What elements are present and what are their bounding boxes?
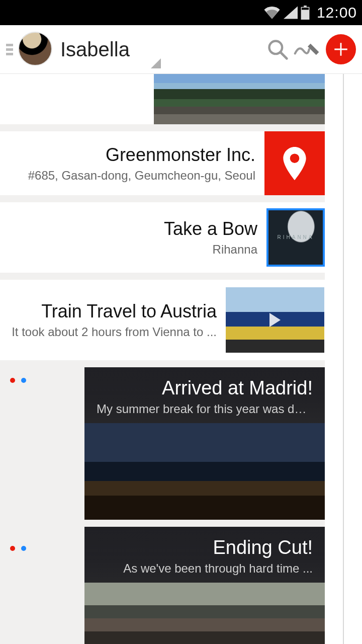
album-art-text: RIHANNA: [277, 234, 314, 240]
post-photo: [84, 583, 325, 644]
card-subtitle: As we've been through hard time ...: [97, 561, 313, 576]
timeline-card-music[interactable]: Take a Bow Rihanna RIHANNA: [0, 202, 325, 273]
menu-icon[interactable]: [6, 42, 13, 57]
card-title: Take a Bow: [164, 218, 257, 239]
user-name[interactable]: Isabella: [60, 38, 130, 61]
video-thumbnail: [226, 287, 324, 353]
card-title: Greenmonster Inc.: [28, 144, 255, 166]
location-pin-icon: [282, 147, 307, 180]
card-category-dots: [10, 546, 26, 551]
app-header: Isabella: [0, 25, 362, 74]
svg-line-4: [281, 52, 287, 59]
card-subtitle: #685, Gasan-dong, Geumcheon-gu, Seoul: [28, 169, 255, 183]
timeline-viewport: Greenmonster Inc. #685, Gasan-dong, Geum…: [0, 74, 362, 644]
timeline-track: [325, 74, 362, 644]
timeline-card-post[interactable]: Arrived at Madrid! My summer break for t…: [84, 367, 325, 520]
card-subtitle: Rihanna: [164, 243, 257, 257]
card-subtitle: My summer break for this year was delaye…: [97, 402, 313, 416]
location-tile: [264, 131, 325, 195]
compose-button[interactable]: [293, 34, 323, 64]
search-button[interactable]: [262, 34, 293, 64]
timeline-content[interactable]: Greenmonster Inc. #685, Gasan-dong, Geum…: [0, 74, 325, 644]
timeline-line: [343, 74, 344, 644]
play-icon: [269, 313, 281, 327]
status-bar: 12:00: [0, 0, 362, 25]
svg-rect-2: [302, 8, 309, 10]
card-category-dots: [10, 378, 26, 383]
compose-icon: [294, 39, 322, 59]
timeline-card-photo[interactable]: [0, 74, 325, 124]
photo-thumbnail: [154, 74, 325, 124]
plus-icon: [332, 41, 349, 58]
post-photo: [84, 423, 325, 520]
card-title: Train Travel to Austria: [12, 301, 217, 322]
timeline-card-post[interactable]: Ending Cut! As we've been through hard t…: [84, 527, 325, 644]
search-icon: [266, 38, 289, 60]
wifi-icon: [263, 6, 281, 19]
user-avatar[interactable]: [18, 32, 53, 67]
add-button[interactable]: [326, 34, 356, 64]
cell-signal-icon: [284, 6, 298, 19]
svg-rect-1: [304, 6, 307, 7]
card-title: Ending Cut!: [97, 537, 313, 558]
battery-icon: [301, 6, 310, 20]
timeline-card-video[interactable]: Train Travel to Austria It took about 2 …: [0, 280, 325, 360]
status-time: 12:00: [317, 4, 357, 21]
timeline-card-location[interactable]: Greenmonster Inc. #685, Gasan-dong, Geum…: [0, 131, 325, 195]
album-art: RIHANNA: [266, 208, 325, 267]
card-subtitle: It took about 2 hours from Vienna to ...: [12, 325, 217, 339]
dropdown-icon[interactable]: [151, 58, 161, 68]
card-title: Arrived at Madrid!: [97, 377, 313, 399]
